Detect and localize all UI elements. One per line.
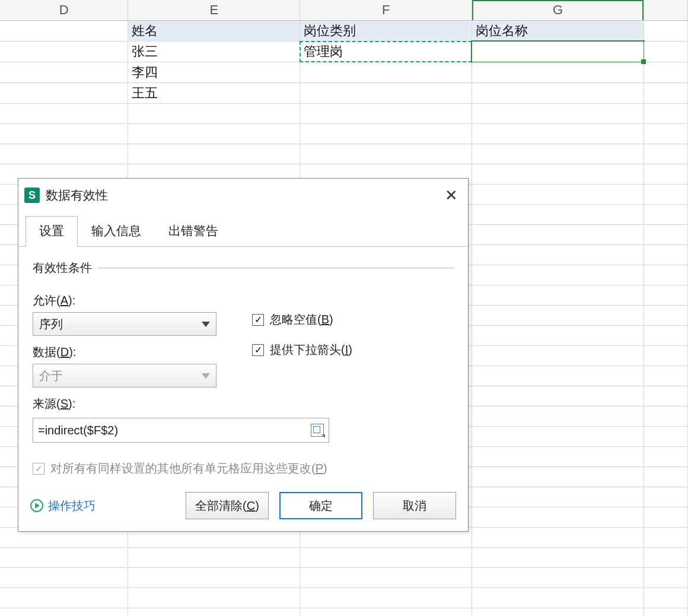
col-header-D[interactable]: D bbox=[0, 0, 128, 20]
cell-G1[interactable]: 岗位名称 bbox=[472, 20, 644, 41]
tab-error-alert[interactable]: 出错警告 bbox=[155, 216, 232, 247]
allow-label: 允许(A): bbox=[33, 293, 216, 309]
data-label: 数据(D): bbox=[33, 344, 216, 360]
checkbox-checked-icon: ✓ bbox=[252, 314, 264, 326]
source-input[interactable]: =indirect($F$2) bbox=[33, 418, 329, 443]
play-circle-icon bbox=[30, 499, 43, 512]
cell-G3[interactable] bbox=[472, 62, 644, 82]
tips-link[interactable]: 操作技巧 bbox=[30, 498, 95, 514]
data-value: 介于 bbox=[39, 368, 63, 384]
cell-F3[interactable] bbox=[300, 62, 472, 82]
ignore-blank-checkbox[interactable]: ✓ 忽略空值(B) bbox=[252, 312, 454, 328]
dropdown-arrow-checkbox[interactable]: ✓ 提供下拉箭头(I) bbox=[252, 342, 454, 358]
cell[interactable] bbox=[0, 62, 128, 82]
close-icon[interactable]: ✕ bbox=[441, 185, 462, 206]
cell[interactable] bbox=[644, 82, 688, 103]
cell[interactable] bbox=[0, 20, 128, 41]
cell[interactable] bbox=[0, 41, 128, 62]
cell-E4[interactable]: 王五 bbox=[128, 82, 300, 103]
dialog-title: 数据有效性 bbox=[46, 187, 441, 204]
cell-G4[interactable] bbox=[472, 82, 644, 103]
checkbox-unchecked-icon: ✓ bbox=[33, 463, 44, 475]
source-value: =indirect($F$2) bbox=[38, 424, 118, 437]
cell-E3[interactable]: 李四 bbox=[128, 62, 300, 82]
tab-settings[interactable]: 设置 bbox=[26, 216, 78, 247]
cell-F2[interactable]: 管理岗 bbox=[300, 41, 472, 62]
cell[interactable] bbox=[644, 41, 688, 62]
col-header-G[interactable]: G bbox=[472, 0, 644, 20]
dialog-tabs: 设置 输入信息 出错警告 bbox=[18, 215, 468, 246]
app-icon: S bbox=[24, 188, 40, 203]
allow-value: 序列 bbox=[39, 316, 63, 332]
col-header-next[interactable] bbox=[644, 0, 688, 20]
fill-handle[interactable] bbox=[641, 59, 646, 64]
ok-button[interactable]: 确定 bbox=[279, 492, 362, 519]
cell-F1[interactable]: 岗位类别 bbox=[300, 20, 472, 41]
apply-all-checkbox: ✓ 对所有有同样设置的其他所有单元格应用这些更改(P) bbox=[33, 461, 454, 477]
data-select: 介于 bbox=[33, 364, 216, 388]
cell-E2[interactable]: 张三 bbox=[128, 41, 300, 62]
cell[interactable] bbox=[644, 20, 688, 41]
checkbox-checked-icon: ✓ bbox=[252, 344, 264, 356]
cell-F4[interactable] bbox=[300, 82, 472, 103]
tab-input-message[interactable]: 输入信息 bbox=[78, 216, 155, 247]
chevron-down-icon bbox=[202, 322, 210, 327]
chevron-down-icon bbox=[202, 373, 210, 379]
cell[interactable] bbox=[644, 62, 688, 82]
clear-all-button[interactable]: 全部清除(C) bbox=[186, 492, 269, 519]
col-header-F[interactable]: F bbox=[300, 0, 472, 20]
section-validity: 有效性条件 bbox=[33, 260, 454, 276]
data-validation-dialog: S 数据有效性 ✕ 设置 输入信息 出错警告 有效性条件 允许(A): 序列 数… bbox=[18, 178, 469, 532]
cell[interactable] bbox=[0, 82, 128, 103]
dialog-titlebar[interactable]: S 数据有效性 ✕ bbox=[18, 179, 468, 215]
cell-E1[interactable]: 姓名 bbox=[128, 20, 300, 41]
source-label: 来源(S): bbox=[33, 396, 216, 412]
allow-select[interactable]: 序列 bbox=[33, 312, 216, 336]
cell-G2[interactable] bbox=[472, 41, 644, 62]
cancel-button[interactable]: 取消 bbox=[373, 492, 456, 519]
range-picker-icon[interactable] bbox=[311, 424, 324, 437]
col-header-E[interactable]: E bbox=[128, 0, 300, 20]
